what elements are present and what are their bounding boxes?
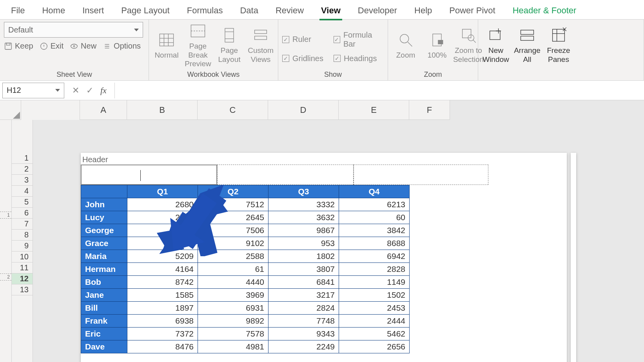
cell-value[interactable]: 2824 xyxy=(268,302,339,315)
cell-value[interactable]: 5462 xyxy=(339,328,410,340)
custom-views-button[interactable]: Custom Views xyxy=(247,27,274,64)
tab-insert[interactable]: Insert xyxy=(81,2,105,19)
name-box[interactable]: H12 xyxy=(2,83,64,98)
formula-input[interactable] xyxy=(114,83,644,98)
cell-value[interactable]: 8710 xyxy=(127,237,198,250)
headings-checkbox[interactable]: Headings xyxy=(334,54,384,63)
row-header-12[interactable]: 12 xyxy=(12,273,33,284)
cell-value[interactable]: 6942 xyxy=(339,250,410,263)
cell-value[interactable]: 2736 xyxy=(127,211,198,224)
cell-value[interactable]: 8742 xyxy=(127,276,198,289)
tab-power-pivot[interactable]: Power Pivot xyxy=(448,2,497,19)
cell-value[interactable]: 7512 xyxy=(198,198,268,211)
cell-value[interactable]: 2444 xyxy=(339,315,410,328)
cell-value[interactable]: 6938 xyxy=(127,315,198,328)
tab-page-layout[interactable]: Page Layout xyxy=(120,2,171,19)
cell-value[interactable]: 61 xyxy=(198,263,268,276)
column-header-a[interactable]: A xyxy=(80,100,127,119)
cell-value[interactable]: 3842 xyxy=(339,224,410,237)
th-q2[interactable]: Q2 xyxy=(198,185,268,198)
cell-name[interactable]: Frank xyxy=(81,315,127,328)
row-header-7[interactable]: 7 xyxy=(12,219,33,230)
th-blank[interactable] xyxy=(81,185,127,198)
cell-value[interactable]: 8476 xyxy=(127,340,198,353)
cell-value[interactable]: 6841 xyxy=(268,276,339,289)
cell-value[interactable]: 8688 xyxy=(339,237,410,250)
tab-formulas[interactable]: Formulas xyxy=(185,2,225,19)
row-header-11[interactable]: 11 xyxy=(12,262,33,273)
options-button[interactable]: Options xyxy=(103,42,141,51)
th-q3[interactable]: Q3 xyxy=(268,185,339,198)
cell-value[interactable]: 1802 xyxy=(268,250,339,263)
th-q1[interactable]: Q1 xyxy=(127,185,198,198)
page-break-preview-button[interactable]: Page Break Preview xyxy=(184,22,212,69)
row-header-6[interactable]: 6 xyxy=(12,208,33,219)
cell-value[interactable]: 2828 xyxy=(339,263,410,276)
th-q4[interactable]: Q4 xyxy=(339,185,410,198)
row-header-1[interactable]: 1 xyxy=(12,153,33,164)
cell-value[interactable]: 2680 xyxy=(127,198,198,211)
cell-value[interactable]: 9867 xyxy=(268,224,339,237)
cell-value[interactable]: 7234 xyxy=(127,224,198,237)
cell-value[interactable]: 3969 xyxy=(198,289,268,302)
cell-value[interactable]: 2645 xyxy=(198,211,268,224)
cell-value[interactable]: 4981 xyxy=(198,340,268,353)
tab-file[interactable]: File xyxy=(9,2,26,19)
sheet-view-select[interactable]: Default xyxy=(4,22,143,38)
tab-data[interactable]: Data xyxy=(238,2,259,19)
tab-review[interactable]: Review xyxy=(274,2,305,19)
cell-value[interactable]: 7506 xyxy=(198,224,268,237)
row-header-5[interactable]: 5 xyxy=(12,197,33,208)
header-right-input[interactable] xyxy=(354,165,488,185)
cell-name[interactable]: Bill xyxy=(81,302,127,315)
formula-bar-checkbox[interactable]: Formula Bar xyxy=(334,31,384,49)
cell-name[interactable]: George xyxy=(81,224,127,237)
row-header-4[interactable]: 4 xyxy=(12,186,33,197)
row-header-13[interactable]: 13 xyxy=(12,284,33,295)
cell-value[interactable]: 9892 xyxy=(198,315,268,328)
select-all-corner[interactable] xyxy=(0,100,21,120)
zoom-button[interactable]: Zoom xyxy=(392,31,419,60)
new-button[interactable]: New xyxy=(70,42,96,51)
cell-value[interactable]: 3217 xyxy=(268,289,339,302)
cell-value[interactable]: 9343 xyxy=(268,328,339,340)
row-header-8[interactable]: 8 xyxy=(12,230,33,241)
tab-view[interactable]: View xyxy=(319,2,342,19)
cell-value[interactable]: 953 xyxy=(268,237,339,250)
page-layout-button[interactable]: Page Layout xyxy=(216,27,243,64)
header-left-input[interactable] xyxy=(81,165,217,185)
tab-help[interactable]: Help xyxy=(413,2,434,19)
new-window-button[interactable]: New Window xyxy=(482,27,510,64)
cell-name[interactable]: Herman xyxy=(81,263,127,276)
column-header-b[interactable]: B xyxy=(127,100,198,119)
column-header-e[interactable]: E xyxy=(339,100,409,119)
fx-icon[interactable]: fx xyxy=(100,85,107,96)
tab-developer[interactable]: Developer xyxy=(356,2,399,19)
column-header-f[interactable]: F xyxy=(409,100,450,119)
cell-value[interactable]: 1897 xyxy=(127,302,198,315)
cell-value[interactable]: 2453 xyxy=(339,302,410,315)
header-center-input[interactable] xyxy=(217,165,354,185)
cell-value[interactable]: 1585 xyxy=(127,289,198,302)
cell-name[interactable]: Eric xyxy=(81,328,127,340)
cell-value[interactable]: 4164 xyxy=(127,263,198,276)
cell-value[interactable]: 7748 xyxy=(268,315,339,328)
normal-view-button[interactable]: Normal xyxy=(153,31,180,60)
cell-value[interactable]: 3332 xyxy=(268,198,339,211)
cell-value[interactable]: 6931 xyxy=(198,302,268,315)
ruler-checkbox[interactable]: Ruler xyxy=(282,31,323,49)
keep-button[interactable]: Keep xyxy=(4,42,33,51)
tab-header-footer[interactable]: Header & Footer xyxy=(511,2,578,19)
arrange-all-button[interactable]: Arrange All xyxy=(513,27,541,64)
cell-name[interactable]: Jane xyxy=(81,289,127,302)
cell-name[interactable]: John xyxy=(81,198,127,211)
cell-name[interactable]: Maria xyxy=(81,250,127,263)
exit-button[interactable]: Exit xyxy=(40,42,63,51)
cell-value[interactable]: 2249 xyxy=(268,340,339,353)
confirm-edit-icon[interactable]: ✓ xyxy=(86,85,93,96)
cell-value[interactable]: 1149 xyxy=(339,276,410,289)
cell-value[interactable]: 60 xyxy=(339,211,410,224)
cell-value[interactable]: 2588 xyxy=(198,250,268,263)
gridlines-checkbox[interactable]: Gridlines xyxy=(282,54,323,63)
cancel-edit-icon[interactable]: ✕ xyxy=(72,85,79,96)
